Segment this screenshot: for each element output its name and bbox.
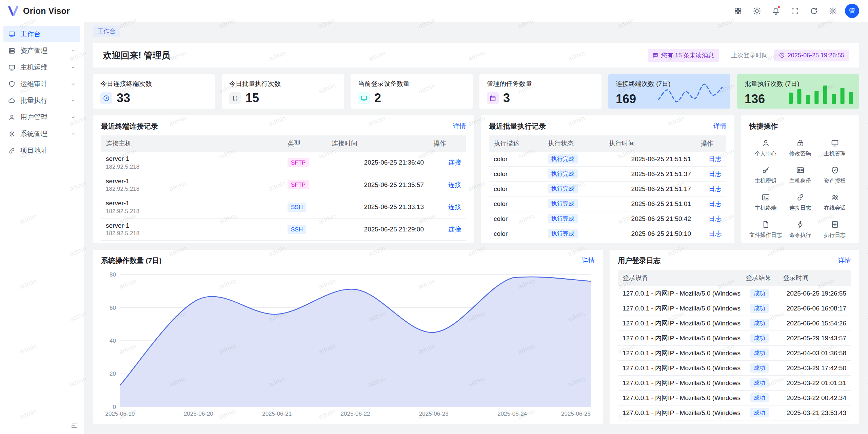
unread-messages-chip[interactable]: 您有 15 条未读消息 xyxy=(648,49,719,62)
login-device: 127.0.0.1 - 内网IP - Mozilla/5.0 (Windows … xyxy=(618,361,741,376)
quick-action-7[interactable]: 连接日志 xyxy=(784,193,816,212)
log-link[interactable]: 日志 xyxy=(709,170,722,177)
table-row: color执行完成2025-06-25 21:51:17日志 xyxy=(489,182,726,196)
log-link[interactable]: 日志 xyxy=(709,185,722,192)
stat-card-3: 管理的任务数量3 xyxy=(479,74,601,109)
connect-time: 2025-06-25 21:35:57 xyxy=(327,174,429,196)
stat-value: 33 xyxy=(117,92,130,104)
quick-action-2[interactable]: 主机管理 xyxy=(818,139,851,157)
idcard-icon xyxy=(796,166,805,174)
column-header: 操作 xyxy=(429,135,466,152)
login-time: 2025-03-29 17:42:50 xyxy=(778,361,851,376)
table-row: server-1182.92.5.218SFTP2025-06-25 21:36… xyxy=(101,152,466,174)
sidebar-item-label: 系统管理 xyxy=(20,129,71,138)
host-ip: 182.92.5.218 xyxy=(106,230,278,238)
stat-value: 15 xyxy=(245,92,259,104)
sidebar-item-batch-exec[interactable]: 批量执行 xyxy=(3,93,80,109)
sidebar-item-user-mgmt[interactable]: 用户管理 xyxy=(3,109,80,125)
breadcrumb-item-workbench[interactable]: 工作台 xyxy=(93,25,120,37)
exec-status-badge: 执行完成 xyxy=(548,154,578,164)
quick-action-5[interactable]: 资产授权 xyxy=(818,166,851,185)
collapse-sidebar-icon[interactable] xyxy=(71,422,78,429)
table-row: server-1182.92.5.218SFTP2025-06-25 21:35… xyxy=(101,174,466,196)
sidebar-item-assets[interactable]: 资产管理 xyxy=(3,43,80,59)
column-header: 执行状态 xyxy=(543,135,604,152)
table-row: 127.0.0.1 - 内网IP - Mozilla/5.0 (Windows … xyxy=(618,391,851,405)
stat-value: 3 xyxy=(503,92,510,104)
gear-icon xyxy=(829,7,837,15)
login-result-badge: 成功 xyxy=(750,408,769,417)
host-ip: 182.92.5.218 xyxy=(106,208,278,215)
column-header: 连接主机 xyxy=(101,135,283,152)
exec-description: color xyxy=(489,211,543,226)
terminal-table-body: server-1182.92.5.218SFTP2025-06-25 21:36… xyxy=(101,152,466,241)
quick-action-11[interactable]: 执行日志 xyxy=(818,220,851,239)
batch-table: 执行描述执行状态执行时间操作 color执行完成2025-06-25 21:51… xyxy=(489,135,726,241)
quick-action-6[interactable]: 主机终端 xyxy=(749,193,782,212)
apps-button[interactable] xyxy=(731,4,745,18)
login-table-body: 127.0.0.1 - 内网IP - Mozilla/5.0 (Windows … xyxy=(618,286,851,420)
clock-icon xyxy=(103,95,110,102)
theme-toggle-button[interactable] xyxy=(750,4,764,18)
quick-action-3[interactable]: 主机密钥 xyxy=(749,166,782,185)
refresh-button[interactable] xyxy=(807,4,821,18)
quick-action-8[interactable]: 在线会话 xyxy=(818,193,851,212)
host-name: server-1 xyxy=(106,154,278,163)
host-ip: 182.92.5.218 xyxy=(106,185,278,193)
system-icon xyxy=(8,130,16,138)
stat-icon-chip xyxy=(487,92,499,104)
sidebar-item-ops-audit[interactable]: 运维审计 xyxy=(3,76,80,92)
quick-action-10[interactable]: 命令执行 xyxy=(784,220,816,239)
quick-action-0[interactable]: 个人中心 xyxy=(749,139,782,157)
log-link[interactable]: 日志 xyxy=(709,155,722,163)
connect-link[interactable]: 连接 xyxy=(448,159,461,166)
terminal-details-link[interactable]: 详情 xyxy=(453,122,466,131)
log-link[interactable]: 日志 xyxy=(709,230,722,237)
sidebar-item-label: 资产管理 xyxy=(20,46,71,55)
brand-name: Orion Visor xyxy=(23,6,70,16)
fullscreen-button[interactable] xyxy=(788,4,802,18)
svg-text:40: 40 xyxy=(110,338,116,344)
exec-status-badge: 执行完成 xyxy=(548,169,578,178)
app-root: Orion Visor 管 工作台资产管理主机运维运维审计批量执行用户管理系统管… xyxy=(0,0,868,434)
log-link[interactable]: 日志 xyxy=(709,215,722,222)
settings-button[interactable] xyxy=(826,4,840,18)
operations-details-link[interactable]: 详情 xyxy=(582,256,595,265)
connect-time: 2025-06-25 21:36:40 xyxy=(327,152,429,174)
sidebar-item-label: 工作台 xyxy=(20,30,76,39)
login-time: 2025-04-03 01:36:58 xyxy=(778,346,851,361)
notification-dot xyxy=(777,5,781,9)
connect-link[interactable]: 连接 xyxy=(448,226,461,233)
sidebar-item-workbench[interactable]: 工作台 xyxy=(3,26,80,42)
quick-action-label: 执行日志 xyxy=(824,232,846,239)
protocol-badge: SSH xyxy=(288,225,306,234)
sidebar-item-label: 主机运维 xyxy=(20,63,71,72)
stat-icon-chip xyxy=(100,92,112,104)
login-result-badge: 成功 xyxy=(750,363,769,373)
sidebar-item-project-url[interactable]: 项目地址 xyxy=(3,143,80,158)
notifications-button[interactable] xyxy=(769,4,783,18)
connect-link[interactable]: 连接 xyxy=(448,203,461,210)
quick-action-9[interactable]: 文件操作日志 xyxy=(749,220,782,239)
login-details-link[interactable]: 详情 xyxy=(838,256,851,265)
svg-text:2025-06-23: 2025-06-23 xyxy=(419,411,449,417)
column-header: 登录结果 xyxy=(741,270,778,286)
user-avatar[interactable]: 管 xyxy=(845,4,859,18)
log-link[interactable]: 日志 xyxy=(709,200,722,207)
exec-description: color xyxy=(489,167,543,182)
quick-actions-panel: 快捷操作 个人中心修改密码主机管理主机密钥主机身份资产授权主机终端连接日志在线会… xyxy=(741,115,859,243)
host-ip: 182.92.5.218 xyxy=(106,163,278,171)
host-name: server-1 xyxy=(106,177,278,186)
connect-link[interactable]: 连接 xyxy=(448,181,461,188)
svg-text:2025-06-25: 2025-06-25 xyxy=(561,411,591,417)
quick-action-1[interactable]: 修改密码 xyxy=(784,139,816,157)
quick-action-4[interactable]: 主机身份 xyxy=(784,166,816,185)
column-header: 执行描述 xyxy=(489,135,543,152)
line-sparkline xyxy=(656,82,724,104)
batch-details-link[interactable]: 详情 xyxy=(713,122,726,131)
login-time: 2025-03-22 01:01:31 xyxy=(778,376,851,391)
stat-card-2: 当前登录设备数量2 xyxy=(351,74,473,109)
stat-icon-chip xyxy=(358,92,370,104)
sidebar-item-system-mgmt[interactable]: 系统管理 xyxy=(3,126,80,142)
sidebar-item-host-ops[interactable]: 主机运维 xyxy=(3,59,80,75)
